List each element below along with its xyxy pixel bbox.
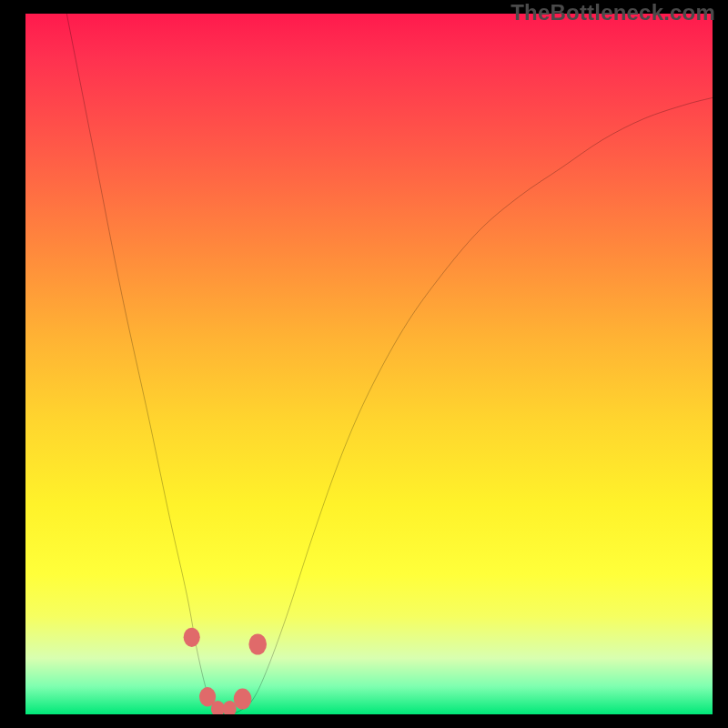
bottleneck-curve-svg: [25, 14, 713, 714]
bottleneck-curve: [66, 14, 713, 713]
watermark-text: TheBottleneck.com: [511, 0, 715, 25]
curve-marker: [184, 628, 200, 647]
curve-markers: [184, 628, 267, 714]
curve-marker: [234, 689, 252, 710]
curve-marker: [248, 633, 267, 654]
curve-group: [66, 14, 713, 714]
